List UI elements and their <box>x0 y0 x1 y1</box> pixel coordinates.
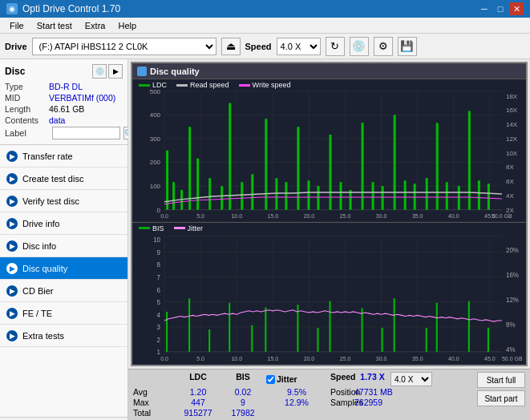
svg-rect-130 <box>426 327 427 351</box>
nav-disc-info[interactable]: ▶ Disc info <box>0 235 127 257</box>
svg-rect-65 <box>394 115 396 209</box>
status-window-toggle[interactable]: Status window >> <box>0 417 127 420</box>
jitter-checkbox[interactable] <box>266 375 275 384</box>
svg-rect-123 <box>265 307 266 351</box>
start-part-button[interactable]: Start part <box>477 390 525 406</box>
drive-selector[interactable]: (F:) ATAPI iHBS112 2 CL0K <box>32 38 216 55</box>
svg-rect-128 <box>382 327 383 351</box>
menu-extra[interactable]: Extra <box>79 19 112 32</box>
disc-button[interactable]: 💿 <box>350 37 369 56</box>
svg-rect-55 <box>285 182 287 210</box>
speed-selector[interactable]: 4.0 X <box>277 38 321 55</box>
menu-help[interactable]: Help <box>111 19 143 32</box>
close-button[interactable]: ✕ <box>509 2 524 15</box>
svg-text:9: 9 <box>157 248 161 256</box>
title-bar: ◉ Opti Drive Control 1.70 ─ □ ✕ <box>0 0 530 18</box>
position-value: 47731 MB <box>354 387 403 397</box>
nav-drive-info[interactable]: ▶ Drive info <box>0 212 127 235</box>
svg-rect-58 <box>317 186 319 210</box>
chart-icon <box>137 67 147 76</box>
settings-button[interactable]: ⚙ <box>374 37 393 56</box>
create-test-disc-icon: ▶ <box>6 173 18 184</box>
max-label: Max <box>133 398 173 407</box>
nav-fe-te-label: FE / TE <box>22 309 52 318</box>
nav-verify-test-disc[interactable]: ▶ Verify test disc <box>0 190 127 212</box>
disc-section-title: Disc <box>5 66 25 77</box>
svg-rect-70 <box>446 182 448 210</box>
total-ldc: 915277 <box>173 408 223 418</box>
nav-cd-bier[interactable]: ▶ CD Bier <box>0 280 127 302</box>
nav-cd-bier-label: CD Bier <box>22 286 54 296</box>
svg-text:18X: 18X <box>506 93 518 100</box>
svg-text:10.0: 10.0 <box>231 354 242 361</box>
svg-text:12%: 12% <box>506 295 519 303</box>
save-button[interactable]: 💾 <box>398 37 417 56</box>
svg-text:45.0: 45.0 <box>484 354 496 361</box>
speed-dropdown[interactable]: 4.0 X <box>390 372 432 386</box>
minimize-button[interactable]: ─ <box>477 2 492 15</box>
top-chart-svg: 0 100 200 300 400 500 2X 4X 6X 8X 10X 12… <box>132 79 526 222</box>
svg-rect-73 <box>478 180 480 209</box>
svg-rect-57 <box>307 180 310 209</box>
svg-rect-132 <box>468 301 470 351</box>
nav-transfer-rate-label: Transfer rate <box>22 151 73 161</box>
menu-file[interactable]: File <box>3 19 30 32</box>
svg-rect-44 <box>172 182 175 210</box>
svg-rect-127 <box>362 308 363 351</box>
nav-extra-tests[interactable]: ▶ Extra tests <box>0 325 127 347</box>
maximize-button[interactable]: □ <box>493 2 508 15</box>
read-speed-legend-label: Read speed <box>190 81 229 89</box>
refresh-button[interactable]: ↻ <box>326 37 345 56</box>
bis-legend-label: BIS <box>152 224 164 232</box>
nav-create-test-disc[interactable]: ▶ Create test disc <box>0 168 127 190</box>
svg-rect-68 <box>426 178 428 209</box>
total-label: Total <box>133 408 173 418</box>
nav-disc-quality-label: Disc quality <box>22 264 67 273</box>
svg-text:400: 400 <box>150 111 161 119</box>
svg-text:7: 7 <box>157 273 161 281</box>
svg-text:4%: 4% <box>506 345 516 353</box>
svg-rect-74 <box>488 184 490 210</box>
app-icon: ◉ <box>6 3 18 14</box>
jitter-legend-label: Jitter <box>188 224 204 232</box>
speed-col-header: Speed <box>330 372 354 386</box>
disc-label-input[interactable] <box>52 127 120 139</box>
svg-rect-119 <box>188 298 190 352</box>
svg-rect-50 <box>229 103 231 210</box>
svg-text:12X: 12X <box>506 135 518 143</box>
svg-text:40.0: 40.0 <box>448 213 459 219</box>
svg-text:3: 3 <box>157 322 161 330</box>
nav-transfer-rate[interactable]: ▶ Transfer rate <box>0 145 127 168</box>
svg-text:5.0: 5.0 <box>196 354 204 361</box>
start-full-button[interactable]: Start full <box>477 372 525 388</box>
svg-text:16X: 16X <box>506 107 518 114</box>
disc-arrow-btn[interactable]: ▶ <box>108 64 123 79</box>
nav-disc-info-label: Disc info <box>22 241 56 251</box>
disc-icon-btn[interactable]: 💿 <box>92 64 107 79</box>
sidebar-navigation: ▶ Transfer rate ▶ Create test disc ▶ Ver… <box>0 145 127 417</box>
svg-rect-66 <box>404 180 407 209</box>
svg-text:15.0: 15.0 <box>268 213 279 219</box>
svg-text:40.0: 40.0 <box>448 354 459 361</box>
svg-text:200: 200 <box>150 160 161 167</box>
svg-text:8: 8 <box>157 260 161 269</box>
mid-value: VERBATIMf (000) <box>49 93 115 103</box>
svg-rect-47 <box>196 159 199 210</box>
avg-label: Avg <box>133 387 173 397</box>
svg-text:50.0 GB: 50.0 GB <box>492 213 512 219</box>
nav-disc-quality[interactable]: ▶ Disc quality <box>0 257 127 280</box>
type-label: Type <box>5 82 49 91</box>
cd-bier-icon: ▶ <box>6 285 18 297</box>
svg-text:6: 6 <box>157 285 161 293</box>
transfer-rate-icon: ▶ <box>6 151 18 162</box>
menu-start-test[interactable]: Start test <box>30 19 79 32</box>
speed-val-header: 1.73 X <box>354 372 390 386</box>
svg-rect-51 <box>241 182 243 210</box>
svg-text:100: 100 <box>150 183 161 190</box>
svg-text:8%: 8% <box>506 320 516 328</box>
svg-text:4X: 4X <box>506 192 514 200</box>
svg-text:35.0: 35.0 <box>412 213 423 219</box>
svg-rect-48 <box>208 178 211 209</box>
eject-button[interactable]: ⏏ <box>221 38 241 55</box>
nav-fe-te[interactable]: ▶ FE / TE <box>0 302 127 325</box>
